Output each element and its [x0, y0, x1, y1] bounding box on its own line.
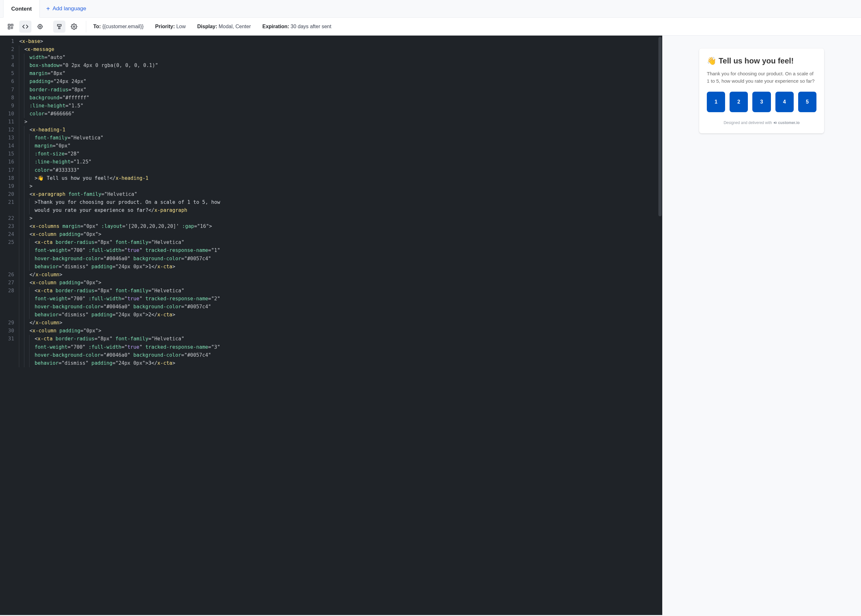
code-line[interactable]: font-weight="700" :full-width="true" tra…	[19, 343, 220, 351]
code-line[interactable]: hover-background-color="#0046a0" backgro…	[19, 303, 220, 311]
code-line[interactable]: margin="0px"	[19, 142, 220, 150]
code-line[interactable]: :line-height="1.5"	[19, 102, 220, 110]
code-line[interactable]: color="#666666"	[19, 110, 220, 118]
meta-to[interactable]: To: {{customer.email}}	[93, 24, 144, 30]
code-line[interactable]: >	[19, 118, 220, 126]
meta-display-label: Display:	[197, 24, 217, 29]
code-line[interactable]: would you rate your experience so far?</…	[19, 206, 220, 214]
meta-display-value: Modal, Center	[218, 24, 251, 29]
code-line[interactable]: behavior="dismiss" padding="24px 0px">2<…	[19, 311, 220, 319]
code-line[interactable]: hover-background-color="#0046a0" backgro…	[19, 351, 220, 359]
preview-paragraph: Thank you for choosing our product. On a…	[707, 70, 817, 85]
meta-to-label: To:	[93, 24, 101, 29]
preview-card: 👋 Tell us how you feel! Thank you for ch…	[699, 49, 824, 134]
gear-icon[interactable]	[68, 20, 80, 33]
code-line[interactable]: >Thank you for choosing our product. On …	[19, 198, 220, 206]
code-line[interactable]: >	[19, 214, 220, 222]
tabs-row: Content + Add language	[0, 0, 861, 17]
svg-point-4	[39, 26, 41, 27]
add-language-button[interactable]: + Add language	[40, 5, 93, 13]
code-line[interactable]: >👋 Tell us how you feel!</x-heading-1	[19, 174, 220, 182]
code-line[interactable]: behavior="dismiss" padding="24px 0px">1<…	[19, 263, 220, 271]
toolbar-divider	[86, 21, 86, 32]
code-line[interactable]: :font-size="28"	[19, 150, 220, 158]
code-line[interactable]: <x-cta border-radius="8px" font-family="…	[19, 239, 220, 247]
code-line[interactable]: font-weight="700" :full-width="true" tra…	[19, 247, 220, 255]
code-line[interactable]: font-weight="700" :full-width="true" tra…	[19, 295, 220, 303]
code-line[interactable]: font-family="Helvetica"	[19, 134, 220, 142]
customerio-logo-icon	[773, 121, 777, 125]
svg-rect-0	[8, 24, 10, 26]
preview-footer-text: Designed and delivered with	[723, 120, 772, 126]
code-line[interactable]: color="#333333"	[19, 167, 220, 174]
code-line[interactable]: >	[19, 182, 220, 190]
preview-cta-1[interactable]: 1	[707, 92, 725, 112]
toolbar: To: {{customer.email}} Priority: Low Dis…	[0, 17, 861, 36]
code-line[interactable]: </x-column>	[19, 271, 220, 279]
code-icon[interactable]	[19, 20, 31, 33]
preview-ctas: 1 2 3 4 5	[707, 92, 817, 112]
svg-rect-2	[8, 27, 10, 29]
code-line[interactable]: <x-column padding="0px">	[19, 279, 220, 287]
code-line[interactable]: <x-message	[19, 46, 220, 53]
add-language-label: Add language	[53, 5, 86, 12]
preview-cta-2[interactable]: 2	[729, 92, 748, 112]
tab-content[interactable]: Content	[3, 0, 40, 17]
meta-expiration[interactable]: Expiration: 30 days after sent	[262, 24, 331, 30]
code-editor[interactable]: 1234567891011121314151617181920212223242…	[0, 36, 662, 615]
code-line[interactable]: background="#ffffff"	[19, 94, 220, 102]
plus-icon: +	[46, 5, 50, 13]
preview-footer-brand-text: customer.io	[778, 120, 800, 126]
meta-to-value: {{customer.email}}	[102, 24, 144, 29]
code-line[interactable]: <x-heading-1	[19, 126, 220, 134]
svg-point-7	[775, 122, 777, 124]
meta-expiration-value: 30 days after sent	[291, 24, 331, 29]
svg-rect-1	[11, 24, 13, 26]
code-line[interactable]: hover-background-color="#0046a0" backgro…	[19, 255, 220, 263]
content-area: 1234567891011121314151617181920212223242…	[0, 36, 861, 615]
line-gutter: 1234567891011121314151617181920212223242…	[0, 36, 19, 615]
preview-cta-5[interactable]: 5	[798, 92, 817, 112]
code-line[interactable]: </x-column>	[19, 319, 220, 327]
meta-priority-value: Low	[176, 24, 185, 29]
components-icon[interactable]	[5, 20, 17, 33]
meta-priority[interactable]: Priority: Low	[155, 24, 185, 30]
code-line[interactable]: margin="8px"	[19, 69, 220, 77]
code-line[interactable]: border-radius="8px"	[19, 86, 220, 94]
code-line[interactable]: <x-cta border-radius="8px" font-family="…	[19, 335, 220, 343]
code-line[interactable]: <x-cta border-radius="8px" font-family="…	[19, 287, 220, 295]
preview-footer-brand[interactable]: customer.io	[773, 120, 800, 126]
code-line[interactable]: <x-base>	[19, 38, 220, 46]
target-icon[interactable]	[34, 20, 46, 33]
preview-footer: Designed and delivered with customer.io	[707, 120, 817, 126]
code-line[interactable]: <x-column padding="0px">	[19, 231, 220, 239]
svg-point-3	[38, 24, 42, 28]
preview-cta-4[interactable]: 4	[775, 92, 794, 112]
preview-cta-3[interactable]: 3	[753, 92, 771, 112]
code-line[interactable]: width="auto"	[19, 53, 220, 61]
svg-point-5	[74, 26, 75, 27]
tab-content-label: Content	[11, 6, 32, 12]
meta-expiration-label: Expiration:	[262, 24, 289, 29]
code-line[interactable]: <x-columns margin="0px" :layout='[20,20,…	[19, 222, 220, 231]
code-line[interactable]: behavior="dismiss" padding="24px 0px">3<…	[19, 359, 220, 367]
meta-priority-label: Priority:	[155, 24, 175, 29]
code-line[interactable]: <x-column padding="0px">	[19, 327, 220, 335]
meta-display[interactable]: Display: Modal, Center	[197, 24, 251, 30]
preview-heading: 👋 Tell us how you feel!	[707, 56, 817, 66]
code-body[interactable]: <x-base><x-messagewidth="auto"box-shadow…	[19, 36, 220, 615]
code-line[interactable]: <x-paragraph font-family="Helvetica"	[19, 190, 220, 198]
code-line[interactable]: padding="24px 24px"	[19, 77, 220, 86]
brush-icon[interactable]	[53, 20, 65, 33]
code-line[interactable]: box-shadow="0 2px 4px 0 rgba(0, 0, 0, 0.…	[19, 61, 220, 69]
preview-panel: 👋 Tell us how you feel! Thank you for ch…	[662, 36, 861, 615]
meta-group: To: {{customer.email}} Priority: Low Dis…	[93, 24, 332, 30]
code-line[interactable]: :line-height="1.25"	[19, 158, 220, 166]
